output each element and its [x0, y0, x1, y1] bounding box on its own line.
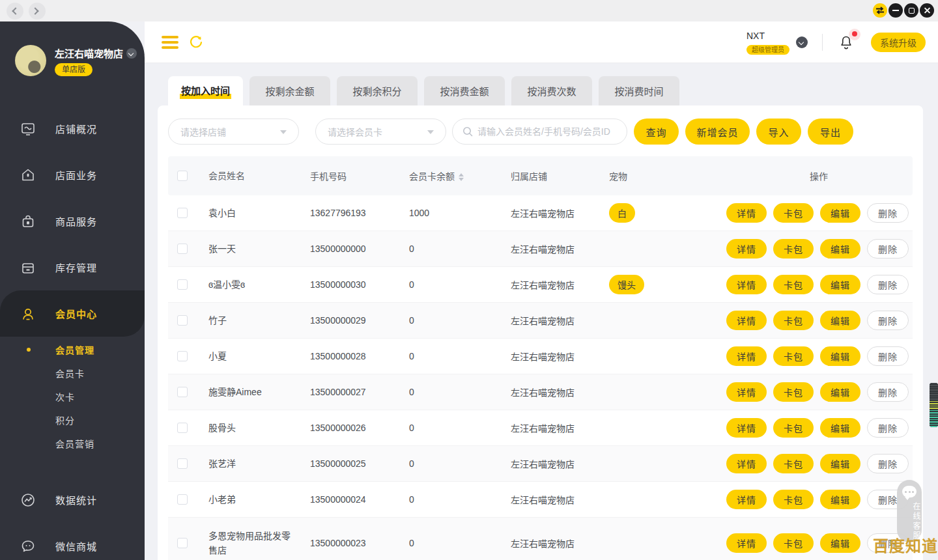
store-avatar[interactable] [15, 45, 46, 76]
sidebar-item-inventory[interactable]: 库存管理 [0, 244, 145, 290]
submenu-item-member-marketing[interactable]: 会员营销 [0, 432, 145, 455]
notifications-button[interactable] [837, 33, 857, 52]
user-menu-caret-icon[interactable] [796, 36, 808, 48]
window-titlebar [0, 0, 938, 21]
export-button[interactable]: 导出 [808, 119, 853, 145]
submenu-item-member-management[interactable]: 会员管理 [0, 338, 145, 361]
card-pack-button[interactable]: 卡包 [773, 311, 814, 330]
column-header-balance[interactable]: 会员卡余额 [409, 169, 511, 182]
sidebar-item-wechat-mall[interactable]: 微信商城 [0, 523, 145, 560]
card-pack-button[interactable]: 卡包 [773, 203, 814, 223]
maximize-button[interactable] [904, 3, 918, 18]
delete-button[interactable]: 删除 [867, 203, 909, 223]
pet-tag[interactable]: 馒头 [609, 275, 644, 294]
collapse-menu-button[interactable] [162, 36, 178, 49]
sidebar-item-shop-overview[interactable]: 店铺概况 [0, 105, 145, 152]
detail-button[interactable]: 详情 [726, 454, 767, 473]
minimize-button[interactable] [888, 3, 903, 18]
sidebar-item-member-center[interactable]: 会员中心 [0, 290, 145, 337]
detail-button[interactable]: 详情 [726, 490, 767, 509]
sidebar-item-data-statistics[interactable]: 数据统计 [0, 477, 145, 523]
row-checkbox[interactable] [177, 458, 188, 469]
member-search-input[interactable] [477, 126, 619, 137]
select-all-checkbox[interactable] [177, 171, 188, 181]
detail-button[interactable]: 详情 [726, 203, 767, 223]
tab-4[interactable]: 按消费金额 [424, 76, 505, 105]
member-name: 股骨头 [208, 421, 310, 435]
edit-button[interactable]: 编辑 [820, 346, 860, 366]
import-button[interactable]: 导入 [756, 119, 801, 145]
row-checkbox[interactable] [177, 423, 188, 433]
pet-tag[interactable]: 白 [609, 203, 635, 223]
edit-button[interactable]: 编辑 [820, 454, 860, 473]
tab-3[interactable]: 按剩余积分 [337, 76, 418, 105]
tab-2[interactable]: 按剩余金额 [249, 76, 330, 105]
submenu-item-member-card[interactable]: 会员卡 [0, 361, 145, 385]
edit-button[interactable]: 编辑 [820, 382, 860, 402]
delete-button[interactable]: 删除 [867, 346, 909, 366]
delete-button[interactable]: 删除 [867, 418, 909, 438]
user-block[interactable]: NXT 超级管理员 [746, 31, 789, 55]
nav-forward-button[interactable] [29, 3, 46, 20]
tab-5[interactable]: 按消费次数 [511, 76, 592, 105]
member-card-select[interactable]: 请选择会员卡 [315, 119, 446, 145]
system-upgrade-button[interactable]: 系统升级 [871, 33, 926, 52]
row-checkbox[interactable] [177, 351, 188, 361]
edit-button[interactable]: 编辑 [820, 275, 860, 294]
add-member-button[interactable]: 新增会员 [685, 119, 750, 145]
row-checkbox[interactable] [177, 279, 188, 290]
tab-label: 按消费次数 [527, 84, 576, 98]
delete-button[interactable]: 删除 [867, 454, 909, 473]
column-header-phone: 手机号码 [310, 169, 409, 182]
edit-button[interactable]: 编辑 [820, 490, 860, 509]
submenu-item-punch-card[interactable]: 次卡 [0, 385, 145, 408]
query-button[interactable]: 查询 [634, 119, 679, 145]
sidebar-item-goods-services[interactable]: 商品服务 [0, 198, 145, 244]
edit-button[interactable]: 编辑 [820, 203, 860, 223]
tab-1[interactable]: 按加入时间 [168, 76, 243, 105]
nav-back-button[interactable] [7, 3, 23, 20]
card-pack-button[interactable]: 卡包 [773, 346, 814, 366]
card-pack-button[interactable]: 卡包 [773, 454, 814, 473]
store-select[interactable]: 请选择店铺 [168, 119, 299, 145]
card-pack-button[interactable]: 卡包 [773, 275, 814, 294]
edit-button[interactable]: 编辑 [820, 239, 860, 259]
swap-arrows-icon [875, 5, 885, 16]
card-pack-button[interactable]: 卡包 [773, 239, 814, 259]
submenu-item-points[interactable]: 积分 [0, 408, 145, 432]
delete-button[interactable]: 删除 [867, 275, 909, 294]
divider [822, 34, 823, 51]
tab-6[interactable]: 按消费时间 [599, 76, 679, 105]
detail-button[interactable]: 详情 [726, 382, 767, 402]
detail-button[interactable]: 详情 [726, 533, 767, 553]
sidebar-item-store-business[interactable]: 店面业务 [0, 152, 145, 198]
row-checkbox[interactable] [177, 208, 188, 218]
row-checkbox[interactable] [177, 538, 188, 548]
chevron-right-icon [31, 7, 38, 14]
detail-button[interactable]: 详情 [726, 311, 767, 330]
close-button[interactable] [920, 3, 934, 18]
row-checkbox[interactable] [177, 387, 188, 397]
card-pack-button[interactable]: 卡包 [773, 533, 814, 553]
row-checkbox[interactable] [177, 244, 188, 254]
detail-button[interactable]: 详情 [726, 418, 767, 438]
scrollbar-thumb[interactable] [930, 383, 938, 427]
sort-icon[interactable] [459, 173, 464, 181]
detail-button[interactable]: 详情 [726, 239, 767, 259]
row-checkbox[interactable] [177, 315, 188, 326]
detail-button[interactable]: 详情 [726, 346, 767, 366]
card-pack-button[interactable]: 卡包 [773, 382, 814, 402]
card-pack-button[interactable]: 卡包 [773, 490, 814, 509]
edit-button[interactable]: 编辑 [820, 533, 860, 553]
edit-button[interactable]: 编辑 [820, 418, 860, 438]
edit-button[interactable]: 编辑 [820, 311, 860, 330]
detail-button[interactable]: 详情 [726, 275, 767, 294]
delete-button[interactable]: 删除 [867, 311, 909, 330]
row-checkbox[interactable] [177, 494, 188, 505]
refresh-button[interactable] [189, 35, 203, 49]
theme-swap-button[interactable] [873, 3, 887, 18]
delete-button[interactable]: 删除 [867, 382, 909, 402]
card-pack-button[interactable]: 卡包 [773, 418, 814, 438]
store-switch-caret-icon[interactable] [126, 48, 137, 59]
delete-button[interactable]: 删除 [867, 239, 909, 259]
